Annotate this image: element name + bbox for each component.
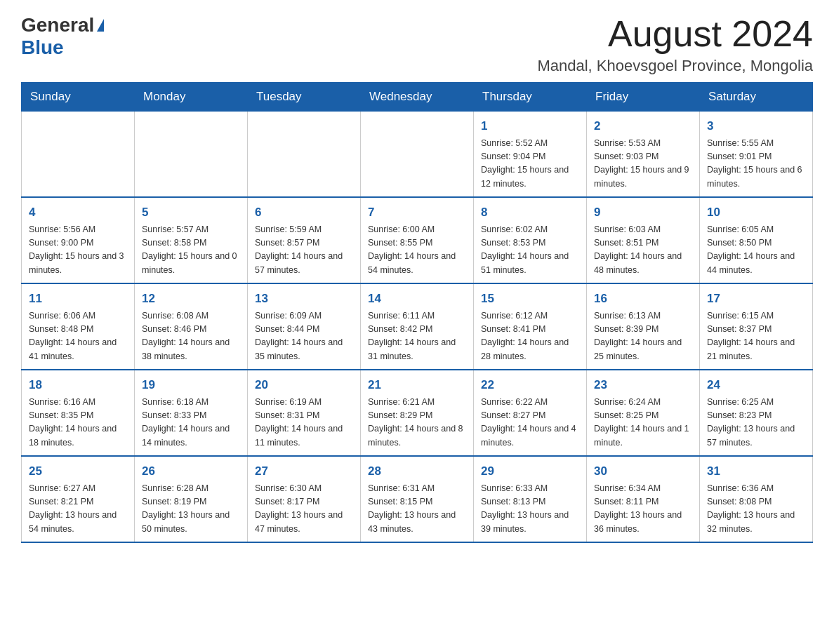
day-number: 23 [594, 376, 692, 394]
day-cell: 9Sunrise: 6:03 AM Sunset: 8:51 PM Daylig… [587, 197, 700, 283]
day-cell: 30Sunrise: 6:34 AM Sunset: 8:11 PM Dayli… [587, 456, 700, 542]
day-info: Sunrise: 5:55 AM Sunset: 9:01 PM Dayligh… [707, 137, 805, 192]
day-info: Sunrise: 6:19 AM Sunset: 8:31 PM Dayligh… [255, 396, 353, 450]
day-info: Sunrise: 6:18 AM Sunset: 8:33 PM Dayligh… [142, 396, 240, 450]
day-cell: 12Sunrise: 6:08 AM Sunset: 8:46 PM Dayli… [135, 283, 248, 370]
day-number: 10 [707, 203, 805, 222]
day-number: 19 [142, 376, 240, 394]
logo-blue: Blue [21, 36, 64, 59]
day-info: Sunrise: 6:24 AM Sunset: 8:25 PM Dayligh… [594, 396, 692, 450]
day-info: Sunrise: 6:11 AM Sunset: 8:42 PM Dayligh… [368, 309, 466, 364]
day-info: Sunrise: 6:03 AM Sunset: 8:51 PM Dayligh… [594, 223, 692, 278]
day-info: Sunrise: 6:12 AM Sunset: 8:41 PM Dayligh… [481, 309, 579, 364]
calendar-body: 1Sunrise: 5:52 AM Sunset: 9:04 PM Daylig… [22, 112, 813, 543]
day-number: 26 [142, 462, 240, 481]
calendar-table: SundayMondayTuesdayWednesdayThursdayFrid… [21, 82, 813, 543]
day-info: Sunrise: 6:34 AM Sunset: 8:11 PM Dayligh… [594, 482, 692, 537]
day-number: 2 [594, 117, 692, 135]
day-number: 12 [142, 290, 240, 308]
day-number: 8 [481, 203, 579, 222]
day-number: 9 [594, 203, 692, 222]
logo-general: General [21, 14, 94, 36]
day-info: Sunrise: 5:57 AM Sunset: 8:58 PM Dayligh… [142, 223, 240, 278]
day-cell: 24Sunrise: 6:25 AM Sunset: 8:23 PM Dayli… [700, 370, 813, 456]
day-cell: 21Sunrise: 6:21 AM Sunset: 8:29 PM Dayli… [361, 370, 474, 456]
day-number: 29 [481, 462, 579, 481]
day-number: 20 [255, 376, 353, 394]
day-cell: 18Sunrise: 6:16 AM Sunset: 8:35 PM Dayli… [22, 370, 135, 456]
day-info: Sunrise: 6:15 AM Sunset: 8:37 PM Dayligh… [707, 309, 805, 364]
header-cell-wednesday: Wednesday [361, 83, 474, 112]
header-cell-friday: Friday [587, 83, 700, 112]
day-info: Sunrise: 5:56 AM Sunset: 9:00 PM Dayligh… [29, 223, 127, 278]
day-info: Sunrise: 6:09 AM Sunset: 8:44 PM Dayligh… [255, 309, 353, 364]
logo: General Blue [21, 14, 104, 59]
header-row: SundayMondayTuesdayWednesdayThursdayFrid… [22, 83, 813, 112]
day-cell: 10Sunrise: 6:05 AM Sunset: 8:50 PM Dayli… [700, 197, 813, 283]
day-cell: 11Sunrise: 6:06 AM Sunset: 8:48 PM Dayli… [22, 283, 135, 370]
day-number: 21 [368, 376, 466, 394]
day-info: Sunrise: 6:30 AM Sunset: 8:17 PM Dayligh… [255, 482, 353, 537]
day-number: 28 [368, 462, 466, 481]
day-cell: 4Sunrise: 5:56 AM Sunset: 9:00 PM Daylig… [22, 197, 135, 283]
day-cell: 15Sunrise: 6:12 AM Sunset: 8:41 PM Dayli… [474, 283, 587, 370]
day-cell: 27Sunrise: 6:30 AM Sunset: 8:17 PM Dayli… [248, 456, 361, 542]
day-cell: 6Sunrise: 5:59 AM Sunset: 8:57 PM Daylig… [248, 197, 361, 283]
header-cell-thursday: Thursday [474, 83, 587, 112]
day-cell: 31Sunrise: 6:36 AM Sunset: 8:08 PM Dayli… [700, 456, 813, 542]
day-info: Sunrise: 6:31 AM Sunset: 8:15 PM Dayligh… [368, 482, 466, 537]
day-cell: 1Sunrise: 5:52 AM Sunset: 9:04 PM Daylig… [474, 112, 587, 198]
day-info: Sunrise: 6:02 AM Sunset: 8:53 PM Dayligh… [481, 223, 579, 278]
day-info: Sunrise: 5:53 AM Sunset: 9:03 PM Dayligh… [594, 137, 692, 192]
header-cell-saturday: Saturday [700, 83, 813, 112]
day-number: 5 [142, 203, 240, 222]
day-number: 15 [481, 290, 579, 308]
day-number: 27 [255, 462, 353, 481]
title-section: August 2024 Mandal, Khoevsgoel Province,… [537, 14, 813, 75]
day-cell: 3Sunrise: 5:55 AM Sunset: 9:01 PM Daylig… [700, 112, 813, 198]
week-row-4: 18Sunrise: 6:16 AM Sunset: 8:35 PM Dayli… [22, 370, 813, 456]
day-number: 16 [594, 290, 692, 308]
day-number: 31 [707, 462, 805, 481]
day-cell: 7Sunrise: 6:00 AM Sunset: 8:55 PM Daylig… [361, 197, 474, 283]
day-cell: 13Sunrise: 6:09 AM Sunset: 8:44 PM Dayli… [248, 283, 361, 370]
day-info: Sunrise: 6:33 AM Sunset: 8:13 PM Dayligh… [481, 482, 579, 537]
location: Mandal, Khoevsgoel Province, Mongolia [537, 57, 813, 75]
calendar-header: SundayMondayTuesdayWednesdayThursdayFrid… [22, 83, 813, 112]
day-cell: 22Sunrise: 6:22 AM Sunset: 8:27 PM Dayli… [474, 370, 587, 456]
day-number: 1 [481, 117, 579, 135]
day-cell [135, 112, 248, 198]
week-row-3: 11Sunrise: 6:06 AM Sunset: 8:48 PM Dayli… [22, 283, 813, 370]
day-info: Sunrise: 6:06 AM Sunset: 8:48 PM Dayligh… [29, 309, 127, 364]
day-cell: 29Sunrise: 6:33 AM Sunset: 8:13 PM Dayli… [474, 456, 587, 542]
day-number: 6 [255, 203, 353, 222]
day-info: Sunrise: 6:16 AM Sunset: 8:35 PM Dayligh… [29, 396, 127, 450]
day-number: 22 [481, 376, 579, 394]
day-info: Sunrise: 6:05 AM Sunset: 8:50 PM Dayligh… [707, 223, 805, 278]
day-info: Sunrise: 6:25 AM Sunset: 8:23 PM Dayligh… [707, 396, 805, 450]
day-cell: 19Sunrise: 6:18 AM Sunset: 8:33 PM Dayli… [135, 370, 248, 456]
day-info: Sunrise: 6:00 AM Sunset: 8:55 PM Dayligh… [368, 223, 466, 278]
day-number: 7 [368, 203, 466, 222]
week-row-1: 1Sunrise: 5:52 AM Sunset: 9:04 PM Daylig… [22, 112, 813, 198]
day-cell: 26Sunrise: 6:28 AM Sunset: 8:19 PM Dayli… [135, 456, 248, 542]
day-number: 25 [29, 462, 127, 481]
day-info: Sunrise: 6:36 AM Sunset: 8:08 PM Dayligh… [707, 482, 805, 537]
day-cell: 20Sunrise: 6:19 AM Sunset: 8:31 PM Dayli… [248, 370, 361, 456]
day-number: 3 [707, 117, 805, 135]
day-number: 18 [29, 376, 127, 394]
day-cell: 2Sunrise: 5:53 AM Sunset: 9:03 PM Daylig… [587, 112, 700, 198]
header-cell-sunday: Sunday [22, 83, 135, 112]
day-number: 11 [29, 290, 127, 308]
day-number: 14 [368, 290, 466, 308]
day-cell: 14Sunrise: 6:11 AM Sunset: 8:42 PM Dayli… [361, 283, 474, 370]
logo-text: General [21, 14, 104, 36]
day-info: Sunrise: 5:59 AM Sunset: 8:57 PM Dayligh… [255, 223, 353, 278]
day-info: Sunrise: 6:27 AM Sunset: 8:21 PM Dayligh… [29, 482, 127, 537]
day-cell: 8Sunrise: 6:02 AM Sunset: 8:53 PM Daylig… [474, 197, 587, 283]
day-cell: 16Sunrise: 6:13 AM Sunset: 8:39 PM Dayli… [587, 283, 700, 370]
day-cell: 25Sunrise: 6:27 AM Sunset: 8:21 PM Dayli… [22, 456, 135, 542]
day-info: Sunrise: 6:13 AM Sunset: 8:39 PM Dayligh… [594, 309, 692, 364]
day-info: Sunrise: 6:22 AM Sunset: 8:27 PM Dayligh… [481, 396, 579, 450]
week-row-2: 4Sunrise: 5:56 AM Sunset: 9:00 PM Daylig… [22, 197, 813, 283]
